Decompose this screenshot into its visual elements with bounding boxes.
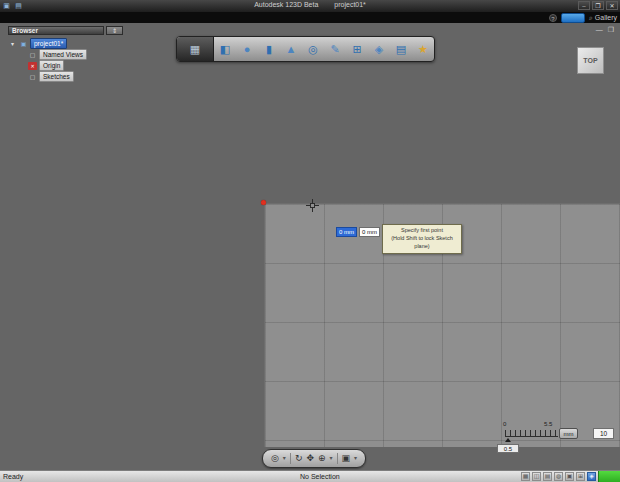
gallery-button[interactable]: ⌕ Gallery xyxy=(589,14,617,22)
units-button[interactable]: mm xyxy=(559,428,578,439)
orbit-tool-icon[interactable]: ↻ xyxy=(295,450,303,467)
camera-dropdown-icon[interactable]: ▾ xyxy=(354,450,357,467)
menu-bar: ? ⌕ Gallery xyxy=(0,12,620,23)
tree-node-sketches[interactable]: Sketches xyxy=(39,71,74,82)
status-ready-text: Ready xyxy=(3,473,23,480)
view-dropdown-icon[interactable]: ▾ xyxy=(330,450,333,467)
browser-panel-toggle-icon[interactable]: ⇕ xyxy=(106,26,123,35)
cone-icon[interactable]: ▲ xyxy=(280,37,302,61)
tree-node-named-views[interactable]: Named Views xyxy=(39,49,87,60)
browser-title[interactable]: Browser xyxy=(8,26,104,35)
box-icon[interactable]: ◧ xyxy=(214,37,236,61)
expand-arrow-icon[interactable]: ▾ xyxy=(11,40,19,47)
status-snap-icon[interactable]: ◫ xyxy=(532,472,541,481)
primitives-menu-icon[interactable]: ▦ xyxy=(177,37,214,61)
tooltip-line2: (Hold Shift to lock Sketch plane) xyxy=(384,235,460,251)
ruler-start-label: 0 xyxy=(503,421,506,427)
coordinate-y-input[interactable]: 0 mm xyxy=(359,227,380,237)
menubar-right: ? ⌕ Gallery xyxy=(549,13,617,22)
sketch-origin-point[interactable] xyxy=(261,200,266,205)
toolbar-separator xyxy=(290,453,291,464)
origin-icon: ✕ xyxy=(28,62,37,70)
select-tool-icon[interactable]: ◎ xyxy=(271,450,279,467)
browser-header: Browser ⇕ xyxy=(8,26,128,35)
select-dropdown-icon[interactable]: ▾ xyxy=(283,450,286,467)
search-icon: ⌕ xyxy=(589,14,593,22)
coordinate-x-input[interactable]: 0 mm xyxy=(336,227,357,237)
pan-tool-icon[interactable]: ✥ xyxy=(306,450,314,467)
tooltip-line1: Specify first point xyxy=(384,227,460,235)
minimize-button[interactable]: – xyxy=(578,1,590,10)
main-toolbar: ▦ ◧ ● ▮ ▲ ◎ ✎ ⊞ ◈ ▤ ★ xyxy=(176,36,435,62)
ruler-ticks xyxy=(505,430,558,437)
document-title: project01* xyxy=(334,1,366,8)
pattern-icon[interactable]: ⊞ xyxy=(346,37,368,61)
help-icon[interactable]: ? xyxy=(549,14,557,22)
status-indicator-green xyxy=(598,471,620,482)
combine-icon[interactable]: ◈ xyxy=(368,37,390,61)
status-bar: Ready No Selection ▦ ◫ ▤ ◍ ▣ ⊞ ◈ xyxy=(0,470,620,482)
grid-scale-input[interactable]: 10 xyxy=(593,428,614,439)
tree-row: ▢ Sketches xyxy=(8,71,128,82)
tree-row: ▢ Named Views xyxy=(8,49,128,60)
tree-row: ✕ Origin xyxy=(8,60,128,71)
maximize-button[interactable]: ❐ xyxy=(592,1,604,10)
toolbar-separator xyxy=(337,453,338,464)
status-sync-icon[interactable]: ◈ xyxy=(587,472,596,481)
snap-icon[interactable]: ★ xyxy=(412,37,434,61)
zoom-tool-icon[interactable]: ⊕ xyxy=(318,450,326,467)
ruler-marker-icon[interactable] xyxy=(505,438,511,442)
torus-icon[interactable]: ◎ xyxy=(302,37,324,61)
navigation-toolbar: ◎ ▾ ↻ ✥ ⊕ ▾ ▣ ▾ xyxy=(262,449,366,468)
view-cube[interactable]: TOP xyxy=(577,47,604,74)
cylinder-icon[interactable]: ▮ xyxy=(258,37,280,61)
material-icon[interactable]: ▤ xyxy=(390,37,412,61)
gallery-label: Gallery xyxy=(595,14,617,21)
status-grid-icon[interactable]: ▦ xyxy=(521,472,530,481)
grid-step-value[interactable]: 0.5 xyxy=(497,444,519,453)
tree-node-project[interactable]: project01* xyxy=(30,38,67,49)
window-controls: – ❐ ✕ xyxy=(578,1,618,10)
tree-node-origin[interactable]: Origin xyxy=(39,60,64,71)
tree-row: ▾ ▣ project01* xyxy=(8,38,128,49)
prompt-tooltip: Specify first point (Hold Shift to lock … xyxy=(382,224,462,254)
ruler-end-label: 5.5 xyxy=(544,421,552,427)
doc-minimize-icon[interactable]: — xyxy=(596,26,603,34)
status-units-icon[interactable]: ◍ xyxy=(554,472,563,481)
status-layers-icon[interactable]: ▣ xyxy=(565,472,574,481)
window-title: Autodesk 123D Beta project01* xyxy=(0,1,620,8)
status-icons: ▦ ◫ ▤ ◍ ▣ ⊞ ◈ xyxy=(521,472,596,481)
camera-tool-icon[interactable]: ▣ xyxy=(342,450,351,467)
sketches-icon: ▢ xyxy=(28,73,37,81)
named-views-icon: ▢ xyxy=(28,51,37,59)
status-selection-text: No Selection xyxy=(300,473,340,480)
status-ortho-icon[interactable]: ▤ xyxy=(543,472,552,481)
browser-tree: ▾ ▣ project01* ▢ Named Views ✕ Origin ▢ … xyxy=(8,38,128,82)
status-history-icon[interactable]: ⊞ xyxy=(576,472,585,481)
close-button[interactable]: ✕ xyxy=(606,1,618,10)
sphere-icon[interactable]: ● xyxy=(236,37,258,61)
title-bar: ▣ ▤ Autodesk 123D Beta project01* – ❐ ✕ xyxy=(0,0,620,12)
app-window: ▣ ▤ Autodesk 123D Beta project01* – ❐ ✕ … xyxy=(0,0,620,482)
app-title: Autodesk 123D Beta xyxy=(254,1,318,8)
doc-restore-icon[interactable]: ❐ xyxy=(608,26,614,34)
doc-window-controls: — ❐ xyxy=(596,26,614,34)
sign-in-button[interactable] xyxy=(561,13,585,23)
crosshair-cursor xyxy=(306,199,319,212)
sketch-icon[interactable]: ✎ xyxy=(324,37,346,61)
browser-panel: Browser ⇕ ▾ ▣ project01* ▢ Named Views ✕… xyxy=(8,26,128,82)
project-icon: ▣ xyxy=(19,40,28,48)
